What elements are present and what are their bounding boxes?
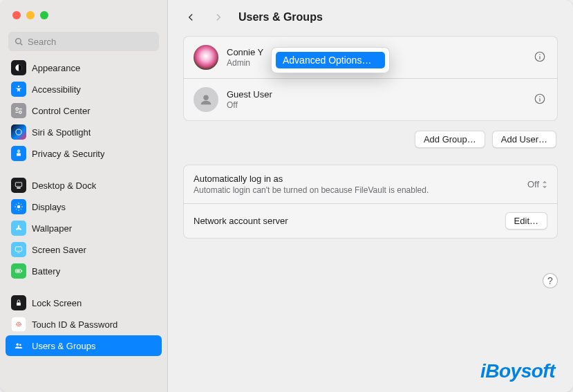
- search-field[interactable]: [8, 32, 159, 51]
- user-row[interactable]: Guest User Off: [184, 78, 557, 120]
- battery-icon: [11, 263, 26, 279]
- up-down-chevron-icon: [542, 180, 547, 189]
- svg-line-21: [21, 204, 21, 205]
- sidebar-item-label: Wallpaper: [32, 223, 72, 234]
- zoom-window-button[interactable]: [40, 11, 48, 19]
- users-groups-icon: [11, 338, 26, 353]
- touch-id-icon: [11, 317, 26, 332]
- accessibility-icon: [11, 82, 26, 97]
- svg-rect-11: [15, 183, 21, 187]
- privacy-icon: [11, 146, 26, 161]
- user-text: Connie Y Admin: [227, 47, 263, 68]
- add-user-button[interactable]: Add User…: [492, 131, 556, 148]
- svg-line-18: [16, 204, 17, 205]
- svg-point-8: [16, 129, 21, 135]
- user-actions: Add Group… Add User…: [183, 131, 556, 148]
- sidebar-item-label: Desktop & Dock: [32, 180, 96, 191]
- user-info-button[interactable]: [532, 91, 547, 109]
- svg-rect-28: [17, 302, 21, 306]
- sidebar-item-desktop-dock[interactable]: Desktop & Dock: [6, 175, 162, 196]
- svg-rect-12: [17, 187, 21, 189]
- back-button[interactable]: [183, 8, 198, 26]
- sidebar: Appearance Accessibility Control Center …: [0, 0, 168, 392]
- avatar: [194, 45, 218, 70]
- search-icon: [14, 37, 24, 46]
- sidebar-item-appearance[interactable]: Appearance: [6, 57, 162, 78]
- info-icon: [534, 93, 546, 105]
- svg-point-3: [18, 86, 19, 87]
- user-name: Connie Y: [227, 47, 263, 58]
- sidebar-item-accessibility[interactable]: Accessibility: [6, 79, 162, 100]
- wallpaper-icon: [11, 221, 26, 236]
- lock-icon: [11, 295, 26, 310]
- svg-point-13: [17, 205, 21, 209]
- sidebar-item-touch-id[interactable]: Touch ID & Password: [6, 314, 162, 335]
- avatar: [194, 87, 218, 112]
- sidebar-item-siri-spotlight[interactable]: Siri & Spotlight: [6, 122, 162, 142]
- appearance-icon: [11, 60, 26, 75]
- sidebar-item-label: Control Center: [32, 106, 91, 116]
- info-icon: [534, 50, 546, 63]
- desktop-dock-icon: [11, 178, 26, 193]
- user-info-button[interactable]: [532, 49, 547, 66]
- control-center-icon: [11, 103, 26, 118]
- auto-login-row[interactable]: Automatically log in as Automatic login …: [184, 165, 557, 203]
- sidebar-item-battery[interactable]: Battery: [6, 261, 162, 281]
- sidebar-item-displays[interactable]: Displays: [6, 196, 162, 217]
- sidebar-item-wallpaper[interactable]: Wallpaper: [6, 218, 162, 239]
- header: Users & Groups: [183, 8, 558, 26]
- svg-point-0: [16, 39, 21, 44]
- displays-icon: [11, 199, 26, 214]
- siri-icon: [11, 124, 26, 140]
- svg-point-29: [17, 344, 19, 346]
- minimize-window-button[interactable]: [26, 11, 35, 19]
- svg-point-30: [19, 344, 21, 346]
- window-controls: [0, 0, 167, 29]
- sidebar-item-label: Appearance: [32, 63, 80, 73]
- screensaver-icon: [11, 242, 26, 257]
- context-menu: Advanced Options…: [271, 47, 390, 73]
- svg-line-20: [16, 209, 17, 209]
- sidebar-item-label: Siri & Spotlight: [32, 127, 91, 138]
- close-window-button[interactable]: [12, 11, 21, 19]
- svg-point-6: [19, 111, 21, 114]
- setting-title: Automatically log in as: [194, 174, 519, 184]
- forward-button[interactable]: [211, 8, 226, 26]
- sidebar-item-screen-saver[interactable]: Screen Saver: [6, 239, 162, 260]
- setting-title: Network account server: [194, 216, 497, 226]
- svg-point-34: [203, 95, 208, 100]
- user-name: Guest User: [227, 89, 272, 100]
- user-text: Guest User Off: [227, 89, 272, 110]
- svg-line-1: [20, 43, 22, 45]
- setting-note: Automatic login can't be turned on becau…: [194, 185, 519, 195]
- auto-login-value-text: Off: [527, 179, 539, 189]
- edit-network-button[interactable]: Edit…: [505, 212, 547, 230]
- sidebar-item-label: Users & Groups: [32, 341, 95, 351]
- sidebar-item-label: Battery: [32, 266, 60, 277]
- sidebar-item-label: Touch ID & Password: [32, 319, 118, 330]
- svg-point-37: [539, 96, 541, 97]
- sidebar-item-control-center[interactable]: Control Center: [6, 100, 162, 121]
- auto-login-value[interactable]: Off: [527, 179, 547, 189]
- svg-rect-27: [17, 270, 20, 272]
- svg-rect-10: [18, 150, 19, 153]
- sidebar-item-label: Lock Screen: [32, 298, 82, 308]
- add-group-button[interactable]: Add Group…: [415, 131, 485, 148]
- watermark: iBoysoft: [480, 360, 555, 382]
- svg-rect-23: [15, 247, 21, 251]
- sidebar-item-label: Displays: [32, 202, 66, 212]
- login-settings: Automatically log in as Automatic login …: [183, 165, 558, 239]
- user-role: Admin: [227, 58, 263, 68]
- sidebar-item-users-groups[interactable]: Users & Groups: [6, 335, 162, 356]
- svg-point-33: [539, 54, 541, 55]
- context-menu-item-advanced-options[interactable]: Advanced Options…: [276, 52, 385, 68]
- sidebar-item-privacy-security[interactable]: Privacy & Security: [6, 143, 162, 164]
- svg-line-19: [21, 209, 21, 209]
- sidebar-item-lock-screen[interactable]: Lock Screen: [6, 292, 162, 313]
- svg-rect-26: [21, 270, 22, 272]
- search-input[interactable]: [28, 37, 153, 47]
- sidebar-nav: Appearance Accessibility Control Center …: [0, 57, 167, 357]
- network-account-row: Network account server Edit…: [184, 203, 557, 238]
- guest-avatar-icon: [198, 92, 214, 107]
- help-button[interactable]: ?: [543, 273, 558, 288]
